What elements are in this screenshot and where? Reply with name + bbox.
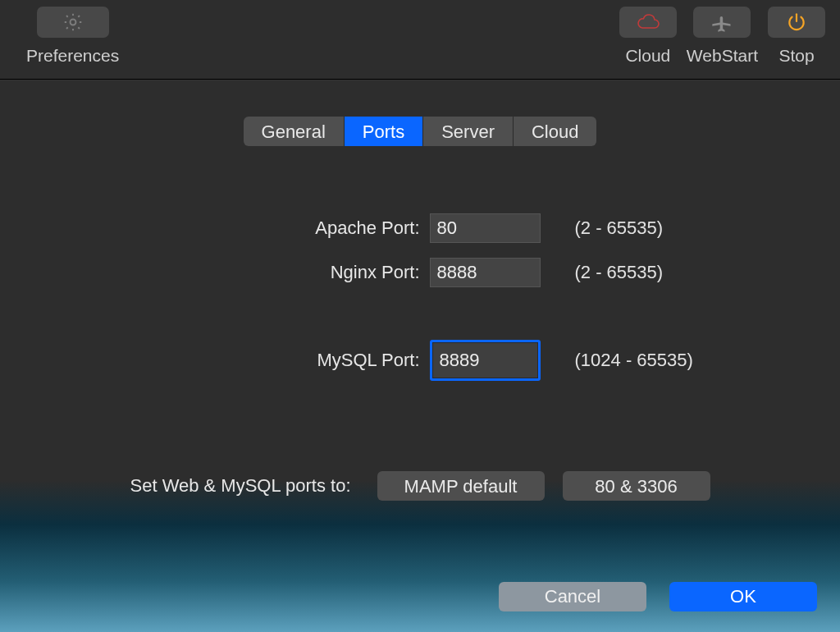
toolbar-item-stop: Stop	[768, 7, 825, 66]
preset-mamp-default-button[interactable]: MAMP default	[377, 471, 545, 501]
toolbar-item-webstart: WebStart	[687, 7, 758, 66]
preset-row: Set Web & MySQL ports to: MAMP default 8…	[0, 471, 840, 501]
segmented-control: General Ports Server Cloud	[244, 117, 597, 146]
dialog-footer: Cancel OK	[0, 582, 840, 632]
cloud-label: Cloud	[625, 46, 670, 66]
webstart-label: WebStart	[687, 46, 758, 66]
preset-label: Set Web & MySQL ports to:	[130, 475, 351, 497]
tab-server[interactable]: Server	[423, 117, 514, 146]
row-apache: Apache Port: (2 - 65535)	[87, 213, 754, 243]
stop-label: Stop	[778, 46, 814, 66]
power-icon	[786, 11, 807, 33]
apache-port-input[interactable]	[430, 213, 541, 243]
toolbar-item-preferences: Preferences	[26, 7, 119, 66]
tabs: General Ports Server Cloud	[0, 117, 840, 146]
row-nginx: Nginx Port: (2 - 65535)	[87, 258, 754, 287]
tab-cloud[interactable]: Cloud	[514, 117, 596, 146]
cancel-button[interactable]: Cancel	[499, 582, 646, 611]
toolbar: Preferences Cloud WebS	[0, 0, 840, 80]
preset-80-3306-button[interactable]: 80 & 3306	[563, 471, 710, 501]
gear-icon	[62, 11, 84, 33]
ports-form: Apache Port: (2 - 65535) Nginx Port: (2 …	[0, 213, 840, 396]
mysql-hint: (1024 - 65535)	[541, 350, 754, 371]
apache-label: Apache Port:	[87, 218, 430, 239]
webstart-button[interactable]	[693, 7, 751, 38]
preferences-label: Preferences	[26, 46, 119, 66]
tab-ports[interactable]: Ports	[345, 117, 423, 146]
nginx-label: Nginx Port:	[87, 262, 430, 283]
cloud-button[interactable]	[619, 7, 677, 38]
airplane-icon	[710, 11, 733, 34]
mysql-port-input[interactable]	[432, 342, 538, 378]
stop-button[interactable]	[768, 7, 825, 38]
cloud-icon	[634, 12, 662, 32]
ok-button[interactable]: OK	[669, 582, 817, 611]
nginx-hint: (2 - 65535)	[541, 262, 754, 283]
tab-general[interactable]: General	[244, 117, 345, 146]
row-mysql: MySQL Port: (1024 - 65535)	[87, 340, 754, 381]
nginx-port-input[interactable]	[430, 258, 541, 287]
toolbar-item-cloud: Cloud	[619, 7, 677, 66]
preferences-button[interactable]	[37, 7, 109, 38]
svg-point-0	[70, 20, 75, 25]
apache-hint: (2 - 65535)	[541, 218, 754, 239]
mysql-label: MySQL Port:	[87, 350, 430, 371]
